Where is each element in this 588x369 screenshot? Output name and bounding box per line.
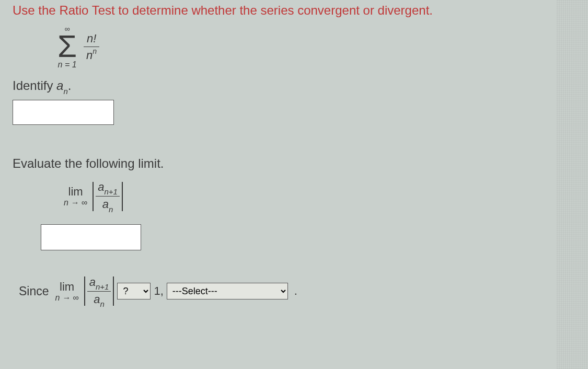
lim-approach-2: n → ∞ (55, 293, 79, 303)
abs-bar-right (122, 182, 123, 211)
series-term-fraction: n! nn (83, 32, 100, 62)
identify-var: a (56, 78, 63, 93)
since-label: Since (19, 284, 49, 298)
identify-sub: n (63, 87, 67, 96)
comparison-select[interactable]: ? (117, 283, 151, 299)
ratio-num-a-2: a (89, 275, 96, 289)
identify-an-input[interactable] (13, 100, 114, 125)
ratio-den-sub: n (109, 205, 113, 214)
identify-prompt: Identify an. (13, 78, 575, 95)
problem-instruction: Use the Ratio Test to determine whether … (13, 3, 575, 18)
ratio-num-sub-2: n+1 (96, 282, 109, 291)
lim-approach: n → ∞ (64, 198, 87, 207)
one-label: 1, (154, 284, 163, 298)
ratio-num-sub: n+1 (104, 187, 117, 196)
ratio-fraction: an+1 an (96, 180, 120, 213)
limit-expression: lim n → ∞ an+1 an (64, 180, 575, 213)
conclusion-row: Since lim n → ∞ an+1 an ? 1, ---Select--… (19, 275, 575, 308)
ratio-den-a: a (102, 198, 109, 211)
absolute-value-wrap-2: an+1 an (84, 275, 114, 308)
ratio-num-a: a (98, 180, 104, 193)
identify-post: . (68, 78, 72, 93)
lim-text-2: lim (55, 281, 79, 293)
period: . (294, 284, 297, 298)
evaluate-prompt: Evaluate the following limit. (13, 156, 575, 171)
term-numerator: n! (84, 32, 99, 47)
abs-bar-left-2 (84, 276, 85, 306)
lim-operator-2: lim n → ∞ (55, 281, 79, 303)
ratio-denominator-2: an (91, 292, 107, 307)
lim-operator: lim n → ∞ (64, 186, 87, 207)
ratio-den-sub-2: n (100, 299, 105, 308)
ratio-fraction-2: an+1 an (87, 275, 111, 308)
ratio-numerator-2: an+1 (87, 275, 111, 292)
sigma-block: ∞ Σ n = 1 (57, 25, 77, 69)
ratio-denominator: an (100, 197, 116, 212)
abs-bar-right-2 (113, 276, 114, 306)
ratio-den-a-2: a (94, 293, 100, 306)
abs-bar-left (93, 182, 94, 211)
conclusion-select[interactable]: ---Select--- (167, 283, 288, 299)
identify-pre: Identify (13, 78, 56, 93)
ratio-numerator: an+1 (96, 180, 120, 197)
denom-exponent: n (93, 47, 97, 55)
series-expression: ∞ Σ n = 1 n! nn (57, 25, 575, 69)
sum-lower-limit: n = 1 (57, 61, 77, 69)
term-denominator: nn (83, 47, 100, 62)
sigma-icon: Σ (57, 32, 77, 61)
limit-value-input[interactable] (41, 224, 141, 250)
denom-base: n (86, 49, 93, 62)
absolute-value-wrap: an+1 an (93, 180, 123, 213)
lim-text: lim (64, 186, 87, 198)
